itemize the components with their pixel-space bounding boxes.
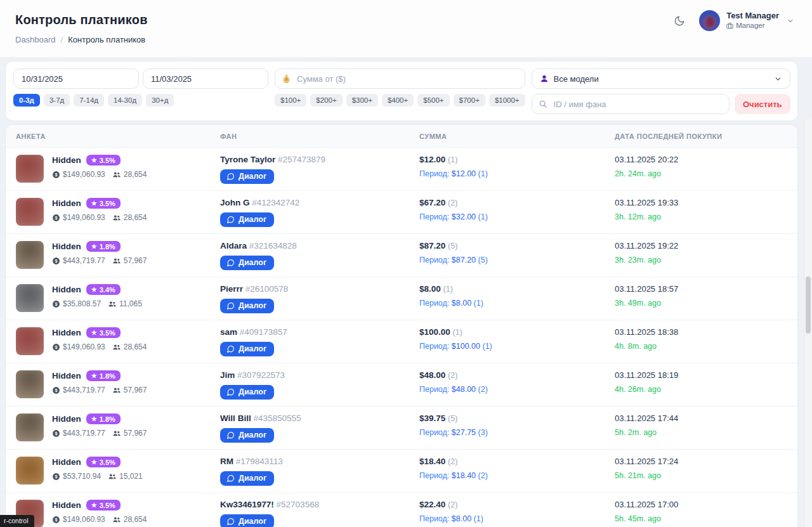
breadcrumb-home-link[interactable]: Dashboard — [15, 35, 56, 44]
star-icon: ★ — [91, 243, 97, 250]
sum-chip-$100+[interactable]: $100+ — [275, 94, 306, 107]
dialog-button[interactable]: Диалог — [220, 342, 274, 356]
column-header-sum: СУММА — [413, 133, 608, 140]
last-purchase-date: 03.11.2025 18:57 — [615, 284, 797, 294]
link-preview-statusbar: r-control — [0, 515, 34, 527]
user-role: Manager — [736, 22, 764, 30]
profile-earnings: $35,808.57 — [63, 299, 101, 308]
purchase-count: (2) — [448, 198, 457, 207]
purchase-sum: $22.40 — [419, 500, 445, 509]
dialog-button[interactable]: Диалог — [220, 299, 274, 313]
chat-bubble-icon — [226, 216, 235, 224]
column-header-fan: ФАН — [216, 133, 413, 140]
fan-id: #307922573 — [237, 370, 285, 380]
breadcrumb-separator: / — [61, 35, 63, 44]
coin-icon: $ — [52, 472, 60, 481]
profile-fans-count: 57,967 — [124, 256, 147, 265]
sum-from-input[interactable] — [275, 68, 525, 89]
profile-avatar-blurred — [16, 155, 44, 183]
purchase-sum: $87.20 — [419, 241, 445, 250]
day-chip-30+д[interactable]: 30+д — [146, 94, 174, 107]
chat-bubble-icon — [226, 302, 235, 310]
day-chip-14-30д[interactable]: 14-30д — [108, 94, 142, 107]
sum-chip-$300+[interactable]: $300+ — [346, 94, 378, 107]
coin-icon: $ — [52, 516, 60, 524]
day-range-chips: 0-3д3-7д7-14д14-30д30+д — [13, 94, 268, 107]
column-header-last-purchase: ДАТА ПОСЛЕДНЕЙ ПОКУПКИ — [608, 133, 797, 140]
fan-name: Pierrr — [220, 284, 243, 294]
scrollbar-thumb[interactable] — [806, 277, 811, 334]
star-icon: ★ — [91, 286, 97, 293]
svg-text:$: $ — [55, 259, 58, 264]
table-row: Hidden ★3.5% $ $149,060.93 28,654 — [6, 320, 797, 363]
coin-icon: $ — [52, 171, 60, 179]
star-icon: ★ — [91, 372, 97, 379]
briefcase-icon — [726, 22, 733, 29]
dialog-button[interactable]: Диалог — [220, 514, 274, 527]
svg-text:$: $ — [55, 345, 58, 350]
dark-mode-toggle[interactable] — [671, 13, 688, 29]
profile-earnings: $443,719.77 — [63, 256, 105, 265]
user-menu[interactable]: Test Manager Manager — [699, 10, 794, 31]
fan-name: RM — [220, 457, 233, 466]
sum-chip-$400+[interactable]: $400+ — [382, 94, 414, 107]
profile-fans-count: 11,065 — [119, 299, 142, 308]
money-icon: $ — [282, 74, 291, 84]
profile-name: Hidden — [52, 371, 81, 381]
dialog-button[interactable]: Диалог — [220, 256, 274, 270]
purchase-count: (2) — [448, 500, 457, 509]
chat-bubble-icon — [226, 172, 235, 181]
clear-filters-button[interactable]: Очистить — [735, 94, 790, 114]
period-sum: Период: $18.40 (2) — [419, 471, 608, 480]
fan-name: Tyrone Taylor — [220, 155, 275, 164]
sum-chip-$1000+[interactable]: $1000+ — [489, 94, 525, 107]
profile-earnings: $53,710.94 — [63, 472, 101, 481]
vertical-scrollbar[interactable] — [804, 119, 812, 527]
profile-avatar-blurred — [16, 198, 44, 226]
profile-earnings: $149,060.93 — [63, 515, 105, 524]
dialog-button[interactable]: Диалог — [220, 428, 274, 443]
dialog-button[interactable]: Диалог — [220, 471, 274, 486]
profile-name: Hidden — [52, 155, 81, 165]
dialog-button[interactable]: Диалог — [220, 385, 274, 400]
profile-earnings: $149,060.93 — [63, 342, 105, 351]
day-chip-7-14д[interactable]: 7-14д — [74, 94, 104, 107]
profile-earnings: $149,060.93 — [63, 170, 105, 179]
date-from-input[interactable] — [13, 68, 139, 89]
model-select[interactable]: Все модели — [532, 68, 790, 89]
table-row: Hidden ★3.5% $ $149,060.93 28,654 — [6, 148, 797, 191]
sum-chips: $100+$200+$300+$400+$500+$700+$1000+ — [275, 94, 525, 107]
purchase-count: (1) — [443, 285, 453, 294]
date-to-input[interactable] — [143, 68, 268, 89]
day-chip-3-7д[interactable]: 3-7д — [44, 94, 70, 107]
star-icon: ★ — [91, 200, 97, 207]
last-purchase-date: 03.11.2025 20:22 — [615, 155, 797, 164]
table-row: Hidden ★3.5% $ $53,710.94 15,021 — [6, 450, 797, 493]
chat-bubble-icon — [226, 517, 235, 526]
chat-bubble-icon — [226, 345, 235, 353]
day-chip-0-3д[interactable]: 0-3д — [13, 94, 40, 107]
profile-fans-count: 57,967 — [124, 429, 147, 438]
chat-bubble-icon — [226, 388, 235, 396]
users-icon — [112, 429, 121, 438]
commission-badge: ★3.5% — [86, 457, 121, 467]
fan-search-input[interactable] — [532, 94, 730, 114]
users-icon — [112, 171, 121, 179]
sum-chip-$500+[interactable]: $500+ — [417, 94, 449, 107]
time-ago: 3h. 12m. ago — [615, 212, 797, 221]
profile-avatar-blurred — [16, 327, 44, 355]
user-avatar — [699, 10, 720, 31]
dialog-button[interactable]: Диалог — [220, 169, 274, 184]
purchase-sum: $48.00 — [419, 370, 445, 380]
users-icon — [112, 214, 121, 222]
profile-name: Hidden — [52, 328, 81, 337]
fan-id: #179843113 — [236, 457, 283, 466]
payers-table: АНКЕТА ФАН СУММА ДАТА ПОСЛЕДНЕЙ ПОКУПКИ … — [5, 124, 798, 527]
sum-chip-$700+[interactable]: $700+ — [454, 94, 485, 107]
profile-name: Hidden — [52, 198, 81, 208]
purchase-count: (2) — [448, 457, 457, 466]
dialog-button[interactable]: Диалог — [220, 212, 274, 227]
purchase-count: (1) — [448, 155, 457, 164]
fan-id: #409173857 — [240, 327, 287, 337]
sum-chip-$200+[interactable]: $200+ — [310, 94, 342, 107]
